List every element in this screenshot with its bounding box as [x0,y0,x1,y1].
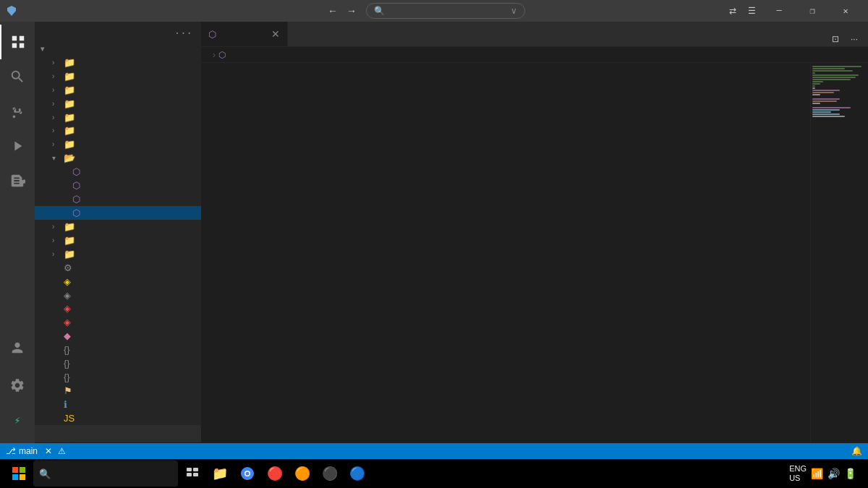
sidebar-item-phpunit-xml[interactable]: › ⚑ [35,384,201,398]
env-icon: ◈ [64,276,71,287]
timeline-tab[interactable] [58,425,81,442]
sidebar-item-database[interactable]: › 📁 [35,97,201,111]
sidebar: ··· ▾ › 📁 › 📁 › 📁 › 📁 › [35,22,201,443]
tab-web-php[interactable]: ⬡ ✕ [201,22,288,46]
sidebar-item-editorconfig[interactable]: › ⚙ [35,261,201,275]
menu-go[interactable] [74,9,85,12]
sidebar-item-api-php[interactable]: › ⬡ [35,165,201,179]
taskbar-app-red[interactable]: 🔴 [262,461,288,487]
sidebar-item-readme[interactable]: › ℹ [35,398,201,411]
sidebar-item-web-php[interactable]: › ⬡ [35,206,201,220]
menu-file[interactable] [22,9,33,12]
sidebar-item-package-json[interactable]: › {} [35,370,201,384]
sidebar-header: ··· [35,22,201,42]
close-button[interactable]: ✕ [829,0,862,22]
git-branch-status[interactable]: ⎇ main [6,446,38,456]
sidebar-item-routes[interactable]: ▾ 📂 [35,151,201,165]
menu-help[interactable] [113,9,124,12]
breadcrumb: › ⬡ [201,47,868,63]
minimap [810,63,868,443]
sidebar-actions[interactable]: ··· [174,27,192,39]
activity-extensions[interactable] [0,163,35,198]
maximize-button[interactable]: ❐ [796,0,829,22]
title-bar-center: ← → 🔍 ∨ [324,3,525,19]
sidebar-item-channels-php[interactable]: › ⬡ [35,179,201,192]
start-button[interactable] [6,461,32,487]
window-controls: ─ ❐ ✕ [762,0,862,22]
taskview-button[interactable] [179,461,205,487]
folder-collapsed-icon: › [52,140,61,148]
sidebar-item-app[interactable]: › 📁 [35,56,201,69]
sidebar-item-tests[interactable]: › 📁 [35,234,201,247]
svg-rect-1 [20,467,25,473]
activity-run[interactable] [0,129,35,163]
folder-icon: 📁 [64,57,75,68]
tree-root-folder[interactable]: ▾ [35,42,201,56]
folder-icon: 📁 [64,249,75,260]
menu-terminal[interactable] [100,9,111,12]
activity-settings[interactable] [0,368,35,403]
sidebar-item-storage[interactable]: › 📁 [35,220,201,234]
minimap-content [811,63,868,123]
taskbar: 🔍 📁 🔴 🟠 ⚫ 🔵 ENGUS 📶 🔊 [0,459,868,488]
taskbar-search-icon: 🔍 [39,468,51,479]
activity-explorer[interactable] [0,25,35,59]
sidebar-item-gitignore[interactable]: › ◈ [35,315,201,329]
menu-run[interactable] [87,9,98,12]
sidebar-item-env[interactable]: › ◈ [35,275,201,288]
wifi-icon: 📶 [811,468,823,479]
tab-close-button[interactable]: ✕ [271,28,280,40]
activity-account[interactable] [0,330,35,365]
folder-icon: 📁 [64,221,75,232]
feedback-status[interactable]: 🔔 [851,446,862,456]
folder-collapsed-icon: › [52,127,61,134]
more-actions-button[interactable]: ··· [846,32,862,46]
sidebar-item-artisan[interactable]: › ◆ [35,329,201,343]
json-icon: {} [64,358,70,369]
taskbar-app-orange[interactable]: 🟠 [289,461,315,487]
taskbar-app-discord[interactable]: ⚫ [317,461,343,487]
layout-button[interactable]: ☰ [744,4,760,18]
remote-button[interactable]: ⇄ [725,4,741,18]
sidebar-item-vite-config[interactable]: › JS [35,411,201,425]
language-tray[interactable]: ENGUS [789,464,807,483]
taskbar-app-folder[interactable]: 📁 [207,461,233,487]
sidebar-item-console-php[interactable]: › ⬡ [35,192,201,206]
taskbar-app-vscode[interactable]: 🔵 [344,461,370,487]
sidebar-item-public[interactable]: › 📁 [35,124,201,138]
sidebar-item-vendor[interactable]: › 📁 [35,247,201,261]
outline-tab[interactable] [35,425,58,442]
menu-edit[interactable] [35,9,46,12]
sidebar-item-bootstrap[interactable]: › 📁 [35,69,201,83]
js-icon: JS [64,413,75,424]
activity-source-control[interactable] [0,94,35,129]
sidebar-item-config[interactable]: › 📁 [35,83,201,97]
activity-search[interactable] [0,59,35,94]
activity-bottom: ⚡ [0,330,35,443]
breadcrumb-web-php[interactable]: ⬡ [218,50,228,60]
sidebar-item-resources[interactable]: › 📁 [35,137,201,151]
search-bar[interactable]: 🔍 ∨ [366,3,525,19]
sidebar-item-env-example[interactable]: › ◈ [35,288,201,302]
svg-rect-0 [12,467,18,473]
sidebar-item-composer-json[interactable]: › {} [35,343,201,356]
sidebar-item-composer-lock[interactable]: › {} [35,356,201,370]
search-taskbar-button[interactable]: 🔍 [33,461,178,487]
nav-back-button[interactable]: ← [324,4,341,18]
menu-view[interactable] [61,9,72,12]
minimize-button[interactable]: ─ [762,0,796,22]
split-editor-button[interactable]: ⊡ [827,32,843,46]
errors-status[interactable]: ✕ ⚠ [45,446,69,456]
taskbar-right: ENGUS 📶 🔊 🔋 [789,464,862,483]
activity-remote[interactable]: ⚡ [0,403,35,437]
code-area[interactable] [237,63,810,443]
folder-icon: 📁 [64,139,75,150]
nav-forward-button[interactable]: → [343,4,360,18]
folder-icon: 📁 [64,85,75,95]
breadcrumb-separator: › [213,50,216,60]
taskbar-app-chrome[interactable] [234,461,260,487]
folder-icon: 📁 [64,112,75,123]
sidebar-item-lang[interactable]: › 📁 [35,111,201,124]
menu-selection[interactable] [48,9,59,12]
sidebar-item-gitattributes[interactable]: › ◈ [35,302,201,316]
